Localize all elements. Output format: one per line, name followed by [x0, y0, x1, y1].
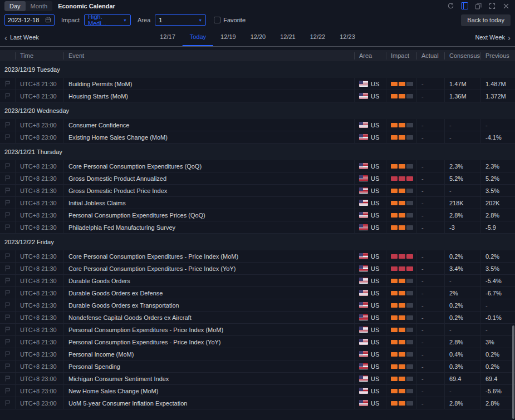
impact-bar — [406, 340, 413, 344]
event-name[interactable]: Personal Income (MoM) — [64, 348, 355, 360]
week-day[interactable]: 12/23 — [332, 28, 362, 46]
week-day[interactable]: 12/21 — [273, 28, 303, 46]
event-row[interactable]: UTC+8 21:30Philadelphia Fed Manufacturin… — [0, 221, 515, 234]
bookmark-flag-icon[interactable] — [0, 275, 16, 286]
bookmark-flag-icon[interactable] — [0, 209, 16, 221]
event-area: US — [355, 324, 386, 335]
event-name[interactable]: Michigan Consumer Sentiment Index — [64, 373, 355, 384]
event-name[interactable]: Philadelphia Fed Manufacturing Survey — [64, 221, 355, 233]
refresh-icon[interactable] — [446, 2, 455, 11]
next-week-button[interactable]: Next Week › — [475, 28, 511, 46]
bookmark-flag-icon[interactable] — [0, 250, 16, 262]
bookmark-flag-icon[interactable] — [0, 172, 16, 184]
event-row[interactable]: UTC+8 21:30Durable Goods OrdersUS---5.4% — [0, 275, 515, 287]
event-row[interactable]: UTC+8 21:30Core Personal Consumption Exp… — [0, 250, 515, 263]
date-picker[interactable]: 2023-12-18 — [4, 14, 55, 26]
last-week-button[interactable]: ‹ Last Week — [4, 28, 39, 46]
tab-day[interactable]: Day — [4, 1, 26, 11]
us-flag-icon — [359, 302, 368, 308]
favorite-filter[interactable]: Favorite — [214, 17, 246, 23]
bookmark-flag-icon[interactable] — [0, 397, 16, 409]
event-row[interactable]: UTC+8 21:30Personal Consumption Expendit… — [0, 324, 515, 336]
week-day[interactable]: Today — [183, 28, 213, 46]
event-row[interactable]: UTC+8 21:30Gross Domestic Product Price … — [0, 185, 515, 197]
bookmark-flag-icon[interactable] — [0, 360, 16, 372]
event-row[interactable]: UTC+8 23:00Michigan Consumer Sentiment I… — [0, 373, 515, 385]
event-name[interactable]: New Home Sales Change (MoM) — [64, 385, 355, 397]
popout-icon[interactable] — [474, 2, 483, 11]
impact-indicator — [386, 90, 417, 102]
event-name[interactable]: Core Personal Consumption Expenditures (… — [64, 160, 355, 172]
bookmark-flag-icon[interactable] — [0, 324, 16, 335]
week-day[interactable]: 12/19 — [213, 28, 243, 46]
bookmark-flag-icon[interactable] — [0, 287, 16, 299]
impact-bar — [391, 123, 398, 127]
week-day[interactable]: 12/17 — [153, 28, 183, 46]
event-row[interactable]: UTC+8 21:30Housing Starts (MoM)US-1.36M1… — [0, 90, 515, 102]
event-row[interactable]: UTC+8 23:00Existing Home Sales Change (M… — [0, 131, 515, 144]
event-row[interactable]: UTC+8 21:30Durable Goods Orders ex Trans… — [0, 299, 515, 312]
event-row[interactable]: UTC+8 21:30Personal Consumption Expendit… — [0, 209, 515, 221]
event-name[interactable]: Personal Consumption Expenditures Prices… — [64, 209, 355, 221]
bookmark-flag-icon[interactable] — [0, 185, 16, 196]
bookmark-flag-icon[interactable] — [0, 312, 16, 323]
event-row[interactable]: UTC+8 21:30Nondefense Capital Goods Orde… — [0, 312, 515, 324]
event-name[interactable]: UoM 5-year Consumer Inflation Expectatio… — [64, 397, 355, 409]
event-name[interactable]: Nondefense Capital Goods Orders ex Aircr… — [64, 312, 355, 323]
event-row[interactable]: UTC+8 21:30Personal Income (MoM)US-0.4%0… — [0, 348, 515, 360]
event-name[interactable]: Gross Domestic Product Annualized — [64, 172, 355, 184]
scrollbar[interactable] — [512, 49, 515, 420]
close-icon[interactable] — [502, 2, 511, 11]
event-name[interactable]: Core Personal Consumption Expenditures -… — [64, 250, 355, 262]
scrollbar-thumb[interactable] — [512, 325, 514, 419]
event-name[interactable]: Housing Starts (MoM) — [64, 90, 355, 102]
favorite-checkbox[interactable] — [214, 17, 220, 23]
week-day[interactable]: 12/20 — [243, 28, 273, 46]
event-name[interactable]: Gross Domestic Product Price Index — [64, 185, 355, 196]
event-name[interactable]: Personal Spending — [64, 360, 355, 372]
bookmark-flag-icon[interactable] — [0, 197, 16, 209]
back-to-today-button[interactable]: Back to today — [461, 14, 511, 26]
event-row[interactable]: UTC+8 21:30Core Personal Consumption Exp… — [0, 263, 515, 275]
fullscreen-icon[interactable] — [488, 2, 497, 11]
event-row[interactable]: UTC+8 21:30Core Personal Consumption Exp… — [0, 160, 515, 172]
bookmark-flag-icon[interactable] — [0, 385, 16, 397]
previous-value: 1.487M — [481, 78, 515, 90]
bookmark-flag-icon[interactable] — [0, 119, 16, 131]
actual-value: - — [417, 185, 445, 196]
bookmark-flag-icon[interactable] — [0, 131, 16, 143]
event-row[interactable]: UTC+8 23:00New Home Sales Change (MoM)US… — [0, 385, 515, 397]
event-row[interactable]: UTC+8 23:00Consumer ConfidenceUS--- — [0, 119, 515, 131]
event-row[interactable]: UTC+8 21:30Personal SpendingUS-0.3%0.2% — [0, 360, 515, 373]
event-row[interactable]: UTC+8 21:30Gross Domestic Product Annual… — [0, 172, 515, 185]
bookmark-flag-icon[interactable] — [0, 78, 16, 90]
bookmark-flag-icon[interactable] — [0, 221, 16, 233]
bookmark-flag-icon[interactable] — [0, 160, 16, 172]
event-name[interactable]: Consumer Confidence — [64, 119, 355, 131]
event-name[interactable]: Durable Goods Orders ex Defense — [64, 287, 355, 299]
area-dropdown[interactable]: 1 ▼ — [155, 14, 206, 26]
event-row[interactable]: UTC+8 21:30Durable Goods Orders ex Defen… — [0, 287, 515, 299]
event-name[interactable]: Initial Jobless Claims — [64, 197, 355, 209]
bookmark-flag-icon[interactable] — [0, 348, 16, 360]
event-row[interactable]: UTC+8 23:00UoM 5-year Consumer Inflation… — [0, 397, 515, 409]
bookmark-flag-icon[interactable] — [0, 90, 16, 102]
event-row[interactable]: UTC+8 21:30Initial Jobless ClaimsUS-218K… — [0, 197, 515, 209]
event-name[interactable]: Building Permits (MoM) — [64, 78, 355, 90]
panel-toggle-icon[interactable] — [460, 2, 469, 11]
event-name[interactable]: Personal Consumption Expenditures - Pric… — [64, 324, 355, 335]
event-row[interactable]: UTC+8 21:30Personal Consumption Expendit… — [0, 336, 515, 348]
impact-dropdown[interactable]: High. Medi... ▼ — [84, 14, 131, 26]
event-name[interactable]: Existing Home Sales Change (MoM) — [64, 131, 355, 143]
bookmark-flag-icon[interactable] — [0, 336, 16, 348]
event-name[interactable]: Durable Goods Orders ex Transportation — [64, 299, 355, 311]
event-name[interactable]: Core Personal Consumption Expenditures -… — [64, 263, 355, 274]
week-day[interactable]: 12/22 — [303, 28, 333, 46]
event-name[interactable]: Personal Consumption Expenditures - Pric… — [64, 336, 355, 348]
event-row[interactable]: UTC+8 21:30Building Permits (MoM)US-1.47… — [0, 78, 515, 90]
event-name[interactable]: Durable Goods Orders — [64, 275, 355, 286]
tab-month[interactable]: Month — [26, 1, 53, 11]
bookmark-flag-icon[interactable] — [0, 373, 16, 384]
bookmark-flag-icon[interactable] — [0, 263, 16, 274]
bookmark-flag-icon[interactable] — [0, 299, 16, 311]
